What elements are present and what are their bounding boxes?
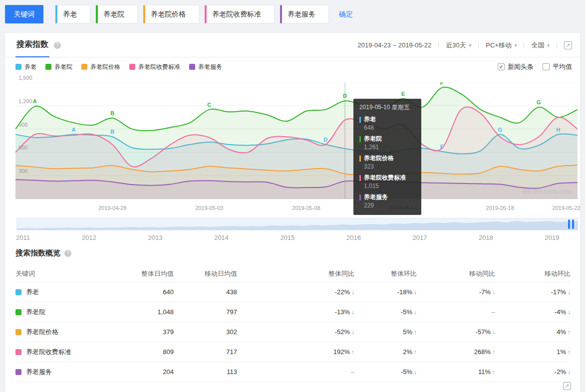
external-link-icon[interactable]: ↗ xyxy=(564,41,572,49)
legend-label: 养老院 xyxy=(54,63,72,71)
change-value: 268%↑ xyxy=(417,348,495,356)
table-body: 养老640438-22%↓-18%↓-7%↓-17%↓养老院1,048797-1… xyxy=(15,282,571,382)
timeline-year-label: 2016 xyxy=(346,234,361,241)
tooltip-rows: 养老648养老院1,261养老院价格323养老院收费标准1,015养老服务229 xyxy=(359,115,415,209)
time-range-select[interactable]: 近30天▾ xyxy=(446,41,471,50)
arrow-up-icon: ↑ xyxy=(568,329,571,336)
x-tick-label: 2019-05-18 xyxy=(486,205,514,211)
change-value: -2%↓ xyxy=(495,368,571,376)
svg-text:B: B xyxy=(110,129,114,135)
keyword-chip-label: 养老服务 xyxy=(288,10,315,19)
keyword-chip[interactable]: 养老 xyxy=(55,5,90,23)
keyword-color-swatch xyxy=(15,309,21,315)
keyword-name[interactable]: 养老院收费标准 xyxy=(26,348,71,357)
chart-legend: 养老养老院养老院价格养老院收费标准养老服务 xyxy=(15,63,222,71)
keyword-color-swatch xyxy=(15,329,21,335)
x-tick-label: 2019-05-22 xyxy=(552,205,580,211)
device-select[interactable]: PC+移动▾ xyxy=(486,41,517,50)
table-row[interactable]: 养老院1,048797-13%↓-5%↓–-4%↓ xyxy=(15,302,571,322)
x-tick-label: 2019-05-08 xyxy=(292,205,320,211)
change-value: – xyxy=(237,368,354,376)
keyword-chip[interactable]: 养老院价格 xyxy=(143,5,199,23)
help-icon[interactable]: ? xyxy=(64,250,71,257)
keyword-color-swatch xyxy=(15,349,21,355)
table-row[interactable]: 养老服务204113–-5%↓11%↑-2%↓ xyxy=(15,362,571,382)
svg-text:G: G xyxy=(498,127,502,133)
chart-options: ✓新闻头条平均值 xyxy=(498,62,572,71)
external-link-icon[interactable]: ↗ xyxy=(563,382,571,390)
option-checkbox-unchecked[interactable]: 平均值 xyxy=(543,62,572,71)
legend-item[interactable]: 养老院价格 xyxy=(81,63,120,71)
tab-search-index[interactable]: 搜索指数 xyxy=(15,33,49,57)
option-checkbox-checked[interactable]: ✓新闻头条 xyxy=(498,62,534,71)
timeline-scrubber[interactable] xyxy=(16,218,578,230)
svg-text:B: B xyxy=(110,110,114,116)
column-header: 整体环比 xyxy=(354,269,417,278)
tooltip-series-value: 323 xyxy=(364,163,415,170)
confirm-link[interactable]: 确定 xyxy=(339,10,353,19)
table-row[interactable]: 养老院价格379302-52%↓5%↑-57%↓4%↑ xyxy=(15,322,571,342)
checkbox-label: 平均值 xyxy=(553,62,572,71)
svg-text:D: D xyxy=(323,137,327,143)
legend-label: 养老 xyxy=(24,63,36,71)
keyword-chip[interactable]: 养老院 xyxy=(96,5,138,23)
legend-item[interactable]: 养老院 xyxy=(45,63,72,71)
legend-item[interactable]: 养老服务 xyxy=(189,63,222,71)
change-value: -17%↓ xyxy=(495,288,571,296)
table-header: 关键词整体日均值移动日均值整体同比整体环比移动同比移动环比 xyxy=(15,265,571,282)
keyword-chip[interactable]: 养老服务 xyxy=(280,5,329,23)
keyword-name[interactable]: 养老院价格 xyxy=(26,328,58,337)
tooltip-row: 养老院收费标准1,015 xyxy=(359,174,415,190)
keyword-color-swatch xyxy=(15,289,21,295)
help-icon[interactable]: ? xyxy=(54,42,61,49)
timeline-year-label: 2012 xyxy=(82,234,96,241)
daily-average-value: 438 xyxy=(174,288,237,296)
checkbox-icon[interactable]: ✓ xyxy=(498,63,505,70)
keyword-name[interactable]: 养老院 xyxy=(26,308,45,317)
svg-text:G: G xyxy=(537,99,541,105)
change-value: 192%↑ xyxy=(237,348,354,356)
keyword-name[interactable]: 养老 xyxy=(26,288,39,297)
legend-item[interactable]: 养老院收费标准 xyxy=(129,63,180,71)
timeline-handle-left[interactable] xyxy=(568,219,570,229)
keyword-button[interactable]: 关键词 xyxy=(5,5,43,23)
chevron-down-icon: ▾ xyxy=(547,43,550,48)
change-value: -22%↓ xyxy=(237,288,354,296)
date-range[interactable]: 2019-04-23 ~ 2019-05-22 xyxy=(357,41,431,49)
daily-average-value: 809 xyxy=(140,348,174,356)
checkbox-label: 新闻头条 xyxy=(508,62,534,71)
tooltip-series-value: 229 xyxy=(364,202,415,209)
legend-color-swatch xyxy=(81,64,87,70)
daily-average-value: 797 xyxy=(174,308,237,316)
keyword-chip-label: 养老 xyxy=(63,10,77,19)
x-tick-label: 2019-04-28 xyxy=(98,205,126,211)
table-row[interactable]: 养老640438-22%↓-18%↓-7%↓-17%↓ xyxy=(15,282,571,302)
region-select[interactable]: 全国▾ xyxy=(531,41,550,50)
change-value: 11%↑ xyxy=(417,368,495,376)
timeline-handle-right[interactable] xyxy=(572,219,574,229)
column-header: 关键词 xyxy=(15,269,140,278)
keyword-chip[interactable]: 养老院收费标准 xyxy=(205,5,275,23)
svg-text:F: F xyxy=(440,144,444,150)
legend-color-swatch xyxy=(45,64,51,70)
trend-chart[interactable]: ABCDEFGABDFGH 3006009001,2001,500 2019-0… xyxy=(15,82,578,199)
table-row[interactable]: 养老院收费标准809717192%↑2%↑268%↑1%↑ xyxy=(15,342,571,362)
chart-controls: 2019-04-23 ~ 2019-05-22 近30天▾ PC+移动▾ 全国▾… xyxy=(357,33,572,57)
y-tick-label: 1,200 xyxy=(18,98,32,104)
checkbox-icon[interactable] xyxy=(543,63,550,70)
timeline-year-label: 2011 xyxy=(16,234,30,241)
legend-color-swatch xyxy=(129,64,135,70)
tooltip-series-value: 1,261 xyxy=(364,144,415,151)
trend-chart-canvas[interactable]: ABCDEFGABDFGH xyxy=(15,82,578,199)
legend-item[interactable]: 养老 xyxy=(15,63,36,71)
keyword-toolbar: 关键词 养老养老院养老院价格养老院收费标准养老服务 确定 xyxy=(5,5,353,23)
keyword-name[interactable]: 养老服务 xyxy=(26,368,52,377)
legend-color-swatch xyxy=(15,64,21,70)
tooltip-series-name: 养老服务 xyxy=(364,193,388,201)
svg-text:F: F xyxy=(440,82,444,86)
divider xyxy=(524,42,524,48)
panel-header: 搜索指数 ? 2019-04-23 ~ 2019-05-22 近30天▾ PC+… xyxy=(5,33,580,57)
overview-table: 关键词整体日均值移动日均值整体同比整体环比移动同比移动环比 养老640438-2… xyxy=(15,265,571,382)
y-tick-label: 300 xyxy=(18,168,27,174)
tooltip-date: 2019-05-10 星期五 xyxy=(359,103,415,112)
